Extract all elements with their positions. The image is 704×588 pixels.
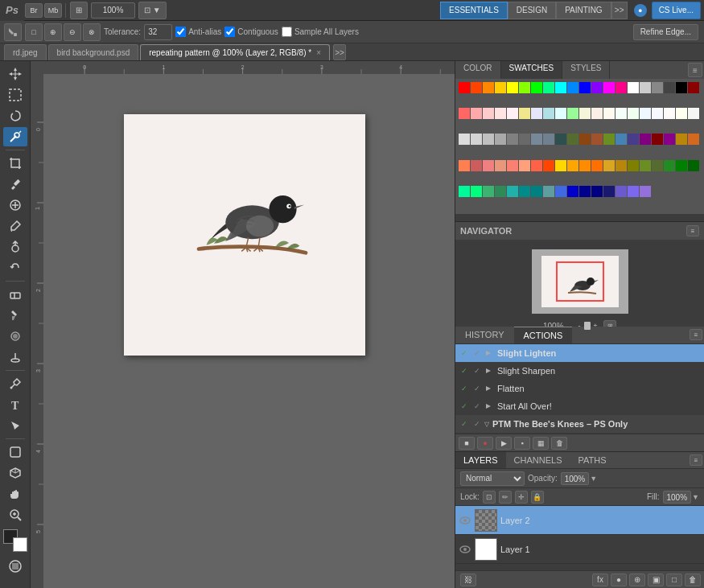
swatch-item[interactable]	[664, 108, 675, 119]
lock-position-btn[interactable]: ✛	[515, 491, 528, 504]
swatch-item[interactable]	[628, 160, 639, 171]
swatch-item[interactable]	[628, 186, 639, 197]
navigator-preview[interactable]	[532, 249, 628, 314]
play-btn[interactable]: ▶	[496, 437, 512, 450]
opacity-field[interactable]: 100% ▼	[561, 472, 598, 485]
swatch-item[interactable]	[531, 134, 542, 145]
background-color[interactable]	[13, 537, 27, 552]
path-select-tool[interactable]	[3, 416, 27, 435]
tab-bird-bg[interactable]: bird background.psd	[48, 44, 139, 60]
paths-tab[interactable]: PATHS	[570, 452, 615, 468]
swatch-item[interactable]	[628, 82, 639, 93]
swatch-item[interactable]	[471, 108, 482, 119]
link-layers-btn[interactable]: ⛓	[460, 574, 476, 586]
swatch-item[interactable]	[495, 160, 506, 171]
swatch-item[interactable]	[555, 160, 566, 171]
swatch-item[interactable]	[579, 134, 591, 145]
swatch-item[interactable]	[628, 108, 639, 119]
new-action-btn[interactable]: ▪	[514, 437, 530, 450]
swatch-item[interactable]	[688, 160, 699, 171]
new-group-btn[interactable]: ▣	[648, 574, 664, 586]
blur-tool[interactable]	[3, 327, 27, 346]
swatch-item[interactable]	[543, 186, 554, 197]
swatch-item[interactable]	[567, 186, 578, 197]
fill-arrow[interactable]: ▼	[692, 493, 699, 501]
swatch-item[interactable]	[483, 186, 494, 197]
swatch-item[interactable]	[483, 82, 494, 93]
action-expand-icon[interactable]	[484, 349, 496, 357]
swatch-item[interactable]	[591, 160, 603, 171]
delete-layer-btn[interactable]: 🗑	[685, 574, 701, 586]
nav-options-btn[interactable]: ≡	[686, 225, 699, 236]
action-item[interactable]: ✓✓Start All Over!	[455, 397, 704, 415]
swatch-item[interactable]	[628, 134, 639, 145]
swatch-item[interactable]	[676, 134, 687, 145]
arrange-btn[interactable]: ⊞	[70, 2, 88, 19]
swatch-item[interactable]	[531, 82, 542, 93]
swatch-item[interactable]	[615, 82, 627, 93]
swatch-item[interactable]	[531, 108, 542, 119]
action-enable-check[interactable]: ✓	[459, 347, 470, 359]
swatch-item[interactable]	[615, 186, 627, 197]
action-dialog-check[interactable]: ✓	[471, 401, 483, 412]
action-item[interactable]: ✓✓▽PTM The Bee's Knees – PS Only	[455, 415, 704, 433]
close-tab-icon[interactable]: ×	[316, 48, 321, 57]
layer-item[interactable]: Layer 1	[455, 535, 704, 564]
zoom-display[interactable]: 100%	[91, 2, 135, 19]
swatch-item[interactable]	[567, 134, 578, 145]
swatch-item[interactable]	[640, 134, 651, 145]
swatch-item[interactable]	[591, 82, 603, 93]
swatch-item[interactable]	[507, 82, 518, 93]
opacity-arrow[interactable]: ▼	[590, 475, 597, 483]
layer-fx-btn[interactable]: fx	[592, 574, 608, 586]
3d-tool[interactable]	[3, 463, 27, 483]
new-set-btn[interactable]: ▦	[533, 437, 549, 450]
swatch-item[interactable]	[652, 160, 663, 171]
new-sel-btn[interactable]: □	[25, 23, 43, 41]
swatches-menu-btn[interactable]: ≡	[688, 63, 702, 77]
layers-tab[interactable]: LAYERS	[455, 452, 506, 468]
int-sel-btn[interactable]: ⊗	[83, 23, 101, 41]
hand-tool[interactable]	[3, 484, 27, 504]
magic-wand-tool[interactable]	[3, 127, 27, 146]
healing-tool[interactable]	[3, 195, 27, 215]
layers-menu-btn[interactable]: ≡	[690, 454, 702, 466]
tab-rd[interactable]: rd.jpeg	[4, 44, 47, 60]
history-tab[interactable]: HISTORY	[455, 327, 514, 343]
swatch-item[interactable]	[507, 134, 518, 145]
action-enable-check[interactable]: ✓	[459, 418, 470, 430]
swatch-item[interactable]	[459, 108, 470, 119]
sample-all-checkbox[interactable]	[282, 27, 292, 37]
swatch-item[interactable]	[519, 186, 530, 197]
swatch-item[interactable]	[495, 134, 506, 145]
swatch-item[interactable]	[555, 82, 566, 93]
record-btn[interactable]: ●	[477, 437, 493, 450]
swatch-item[interactable]	[543, 160, 554, 171]
delete-action-btn[interactable]: 🗑	[551, 437, 567, 450]
brush-tool[interactable]	[3, 216, 27, 236]
zoom-slider-thumb[interactable]	[584, 322, 591, 330]
swatch-item[interactable]	[471, 160, 482, 171]
tab-repeating[interactable]: repeating pattern @ 100% (Layer 2, RGB/8…	[140, 44, 330, 60]
action-dialog-check[interactable]: ✓	[471, 418, 483, 430]
workspace-painting[interactable]: PAINTING	[556, 2, 611, 19]
swatch-item[interactable]	[519, 160, 530, 171]
swatch-item[interactable]	[676, 160, 687, 171]
swatch-item[interactable]	[688, 82, 699, 93]
swatch-item[interactable]	[459, 160, 470, 171]
swatch-item[interactable]	[555, 134, 566, 145]
workspace-design[interactable]: DESIGN	[508, 2, 556, 19]
bridge-icon[interactable]: Br	[25, 3, 43, 18]
swatch-item[interactable]	[483, 108, 494, 119]
swatch-item[interactable]	[688, 134, 699, 145]
swatch-item[interactable]	[615, 108, 627, 119]
quick-mask-btn[interactable]	[3, 557, 27, 576]
swatches-grid[interactable]	[455, 79, 704, 214]
swatch-item[interactable]	[579, 108, 591, 119]
sub-sel-btn[interactable]: ⊖	[64, 23, 81, 41]
fill-field[interactable]: 100% ▼	[663, 491, 700, 504]
swatch-item[interactable]	[591, 108, 603, 119]
swatch-item[interactable]	[603, 134, 615, 145]
anti-alias-checkbox[interactable]	[175, 27, 186, 37]
swatch-item[interactable]	[555, 186, 566, 197]
